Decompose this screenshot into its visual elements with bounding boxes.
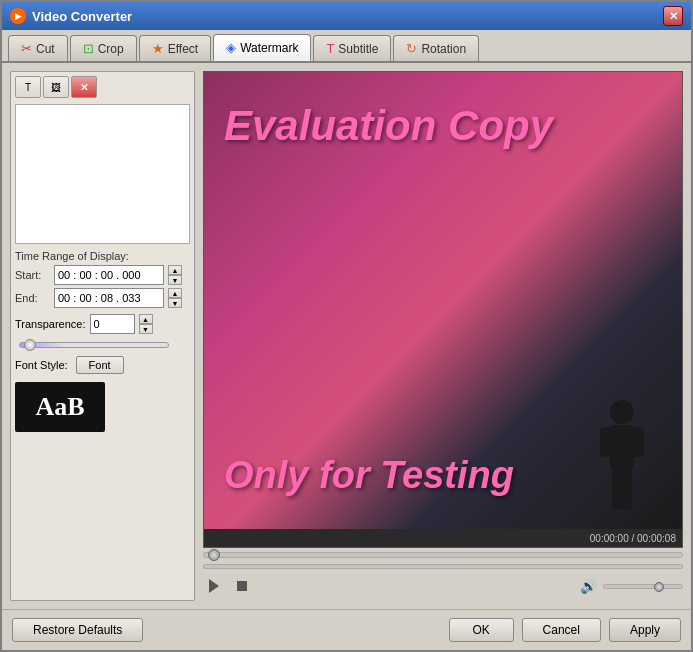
- tab-effect-label: Effect: [168, 42, 198, 56]
- tab-rotation[interactable]: ↻ Rotation: [393, 35, 479, 61]
- bottom-right-buttons: OK Cancel Apply: [449, 618, 681, 642]
- remove-watermark-button[interactable]: ✕: [71, 76, 97, 98]
- stop-icon: [237, 581, 247, 591]
- svg-rect-2: [600, 427, 612, 457]
- watermark-icon: ◈: [226, 40, 236, 55]
- start-time-row: Start: ▲ ▼: [15, 265, 190, 285]
- end-time-up[interactable]: ▲: [168, 288, 182, 298]
- time-range-label: Time Range of Display:: [15, 250, 190, 262]
- font-style-row: Font Style: Font: [15, 356, 190, 374]
- app-icon: ▶: [10, 8, 26, 24]
- title-bar-left: ▶ Video Converter: [10, 8, 132, 24]
- transparence-label: Transparence:: [15, 318, 86, 330]
- window-close-button[interactable]: ✕: [663, 6, 683, 26]
- volume-slider[interactable]: [603, 584, 683, 589]
- svg-rect-1: [610, 425, 634, 470]
- subtitle-icon: T: [326, 41, 334, 56]
- tab-effect[interactable]: ★ Effect: [139, 35, 211, 61]
- left-panel: T 🖼 ✕ Time Range of Display: Start: ▲ ▼: [10, 71, 195, 601]
- start-time-up[interactable]: ▲: [168, 265, 182, 275]
- watermark-preview-area: [15, 104, 190, 244]
- video-time-total: 00:00:08: [637, 533, 676, 544]
- tab-crop-label: Crop: [98, 42, 124, 56]
- ok-button[interactable]: OK: [449, 618, 514, 642]
- volume-icon: 🔊: [580, 578, 597, 594]
- transparence-spinner[interactable]: ▲ ▼: [139, 314, 153, 334]
- tab-cut[interactable]: ✂ Cut: [8, 35, 68, 61]
- play-button[interactable]: [203, 575, 225, 597]
- progress-bar-area: [203, 548, 683, 562]
- restore-defaults-button[interactable]: Restore Defaults: [12, 618, 143, 642]
- svg-rect-3: [632, 427, 644, 457]
- svg-rect-4: [612, 470, 622, 510]
- video-figure: [592, 397, 652, 517]
- progress-thumb[interactable]: [208, 549, 220, 561]
- end-time-down[interactable]: ▼: [168, 298, 182, 308]
- transparence-row: Transparence: ▲ ▼: [15, 314, 190, 334]
- tab-subtitle-label: Subtitle: [338, 42, 378, 56]
- apply-button[interactable]: Apply: [609, 618, 681, 642]
- transparence-input[interactable]: [90, 314, 135, 334]
- slider-thumb[interactable]: [24, 339, 36, 351]
- crop-icon: ⊡: [83, 41, 94, 56]
- video-watermark-line2: Only for Testing: [224, 454, 514, 497]
- transparence-slider[interactable]: [19, 342, 169, 348]
- text-watermark-button[interactable]: T: [15, 76, 41, 98]
- start-time-spinner[interactable]: ▲ ▼: [168, 265, 182, 285]
- video-time-display: 00:00:00 / 00:00:08: [590, 533, 676, 544]
- start-time-input[interactable]: [54, 265, 164, 285]
- font-button[interactable]: Font: [76, 356, 124, 374]
- play-icon: [209, 579, 219, 593]
- tab-crop[interactable]: ⊡ Crop: [70, 35, 137, 61]
- video-container: Evaluation Copy Only for Testing 00:00: [203, 71, 683, 548]
- start-time-down[interactable]: ▼: [168, 275, 182, 285]
- tab-rotation-label: Rotation: [421, 42, 466, 56]
- cut-icon: ✂: [21, 41, 32, 56]
- end-label: End:: [15, 292, 50, 304]
- end-time-input[interactable]: [54, 288, 164, 308]
- tab-cut-label: Cut: [36, 42, 55, 56]
- video-watermark-line1: Evaluation Copy: [224, 102, 553, 150]
- title-bar: ▶ Video Converter ✕: [2, 2, 691, 30]
- font-style-label: Font Style:: [15, 359, 68, 371]
- transparence-up[interactable]: ▲: [139, 314, 153, 324]
- video-background: Evaluation Copy Only for Testing: [204, 72, 682, 547]
- end-time-spinner[interactable]: ▲ ▼: [168, 288, 182, 308]
- transparence-down[interactable]: ▼: [139, 324, 153, 334]
- main-window: ▶ Video Converter ✕ ✂ Cut ⊡ Crop ★ Effec…: [0, 0, 693, 652]
- cancel-button[interactable]: Cancel: [522, 618, 601, 642]
- window-title: Video Converter: [32, 9, 132, 24]
- video-time-current: 00:00:00: [590, 533, 629, 544]
- tab-bar: ✂ Cut ⊡ Crop ★ Effect ◈ Watermark T Subt…: [2, 30, 691, 63]
- end-time-row: End: ▲ ▼: [15, 288, 190, 308]
- image-watermark-button[interactable]: 🖼: [43, 76, 69, 98]
- progress-track[interactable]: [203, 552, 683, 558]
- tab-watermark[interactable]: ◈ Watermark: [213, 34, 311, 61]
- content-area: T 🖼 ✕ Time Range of Display: Start: ▲ ▼: [2, 63, 691, 609]
- time-input-group: Start: ▲ ▼ End: ▲ ▼: [15, 265, 190, 308]
- left-panel-toolbar: T 🖼 ✕: [15, 76, 190, 98]
- volume-thumb[interactable]: [654, 582, 664, 592]
- svg-point-0: [610, 400, 634, 424]
- right-panel: Evaluation Copy Only for Testing 00:00: [203, 71, 683, 601]
- secondary-track[interactable]: [203, 564, 683, 569]
- controls-bar: 🔊: [203, 571, 683, 601]
- rotation-icon: ↻: [406, 41, 417, 56]
- effect-icon: ★: [152, 41, 164, 56]
- start-label: Start:: [15, 269, 50, 281]
- svg-rect-5: [622, 470, 632, 510]
- video-bottom-bar: 00:00:00 / 00:00:08: [204, 529, 682, 547]
- tab-watermark-label: Watermark: [240, 41, 298, 55]
- stop-button[interactable]: [231, 575, 253, 597]
- tab-subtitle[interactable]: T Subtitle: [313, 35, 391, 61]
- bottom-bar: Restore Defaults OK Cancel Apply: [2, 609, 691, 650]
- font-preview-box: AaB: [15, 382, 105, 432]
